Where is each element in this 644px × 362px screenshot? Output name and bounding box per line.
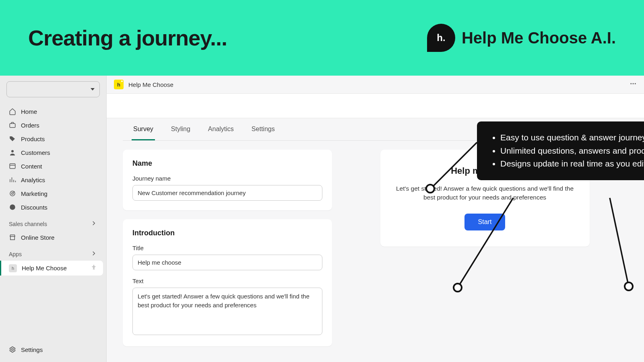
nav-label: Home: [21, 108, 37, 115]
person-icon: [9, 149, 16, 156]
chevron-right-icon: [90, 250, 97, 258]
tag-icon: [9, 135, 16, 142]
store-icon: [9, 234, 16, 241]
analytics-icon: [9, 176, 16, 183]
nav-label: Help Me Choose: [22, 265, 67, 272]
nav-label: Customers: [21, 149, 50, 156]
nav-content[interactable]: Content: [3, 159, 103, 173]
main-area: h Help Me Choose Easy to use question & …: [107, 76, 644, 362]
nav-label: Orders: [21, 122, 39, 129]
nav-label: Online Store: [21, 234, 54, 241]
introduction-card: Introduction Title Text: [123, 219, 332, 346]
nav-marketing[interactable]: Marketing: [3, 187, 103, 200]
svg-point-6: [12, 349, 14, 351]
svg-point-4: [12, 193, 14, 195]
target-icon: [9, 190, 16, 197]
svg-point-7: [630, 83, 632, 84]
content-icon: [9, 162, 16, 170]
preview-body: Let's get started! Answer a few quick qu…: [392, 184, 578, 202]
app-title: Help Me Choose: [128, 81, 173, 88]
nav-analytics[interactable]: Analytics: [3, 173, 103, 187]
subheader-bar: [107, 93, 644, 118]
section-label: Apps: [9, 251, 22, 257]
tab-styling[interactable]: Styling: [169, 125, 192, 140]
card-heading: Introduction: [132, 229, 322, 237]
discount-icon: [9, 204, 16, 211]
svg-point-9: [635, 83, 636, 84]
hero-banner: Creating a journey... h. Help Me Choose …: [0, 0, 644, 76]
nav-label: Products: [21, 136, 45, 142]
nav-home[interactable]: Home: [3, 105, 103, 118]
tab-settings[interactable]: Settings: [250, 125, 277, 140]
gear-icon: [9, 346, 16, 353]
svg-point-8: [633, 83, 634, 84]
section-label: Sales channels: [9, 221, 47, 227]
brand-name: Help Me Choose A.I.: [462, 29, 616, 47]
callout-item: Unlimited questions, answers and product…: [500, 144, 644, 158]
topbar: h Help Me Choose: [107, 76, 644, 93]
text-label: Text: [132, 278, 322, 284]
title-input[interactable]: [132, 255, 322, 270]
nav-online-store[interactable]: Online Store: [3, 230, 103, 244]
tab-survey[interactable]: Survey: [132, 125, 155, 140]
svg-rect-0: [10, 123, 15, 128]
svg-point-1: [11, 150, 14, 152]
hero-title: Creating a journey...: [28, 25, 227, 50]
hero-brand: h. Help Me Choose A.I.: [427, 24, 616, 52]
section-sales-channels[interactable]: Sales channels: [3, 214, 103, 230]
pin-icon[interactable]: [90, 264, 97, 272]
journey-name-label: Journey name: [132, 175, 322, 182]
nav-discounts[interactable]: Discounts: [3, 200, 103, 214]
home-icon: [9, 108, 16, 115]
feature-callout: Easy to use question & answer journey ed…: [477, 121, 644, 180]
nav-label: Settings: [21, 346, 43, 353]
more-icon[interactable]: [630, 80, 637, 89]
card-heading: Name: [132, 159, 322, 168]
nav-orders[interactable]: Orders: [3, 118, 103, 132]
nav-products[interactable]: Products: [3, 132, 103, 146]
callout-item: Designs update in real time as you edit: [500, 157, 644, 171]
sidebar-item-help-me-choose[interactable]: h Help Me Choose: [0, 261, 103, 276]
callout-item: Easy to use question & answer journey ed…: [500, 131, 644, 144]
nav-customers[interactable]: Customers: [3, 146, 103, 159]
svg-rect-2: [10, 164, 15, 169]
nav-label: Discounts: [21, 204, 47, 211]
text-input[interactable]: [132, 288, 322, 335]
sidebar: Home Orders Products Customers Content A…: [0, 76, 107, 362]
nav-label: Analytics: [21, 177, 45, 183]
name-card: Name Journey name: [123, 150, 332, 210]
tab-analytics[interactable]: Analytics: [206, 125, 235, 140]
nav-settings[interactable]: Settings: [3, 343, 103, 356]
section-apps[interactable]: Apps: [3, 244, 103, 261]
svg-point-5: [10, 204, 15, 210]
app-logo-icon: h: [114, 80, 124, 89]
store-selector[interactable]: [6, 81, 100, 97]
brand-logo-icon: h.: [427, 24, 455, 52]
orders-icon: [9, 121, 16, 129]
journey-name-input[interactable]: [132, 185, 322, 201]
title-label: Title: [132, 245, 322, 251]
nav-label: Content: [21, 163, 42, 170]
start-button[interactable]: Start: [464, 214, 506, 230]
chevron-right-icon: [90, 220, 97, 228]
app-icon: h: [9, 264, 17, 272]
nav-label: Marketing: [21, 190, 47, 197]
content-area: Easy to use question & answer journey ed…: [107, 118, 644, 362]
